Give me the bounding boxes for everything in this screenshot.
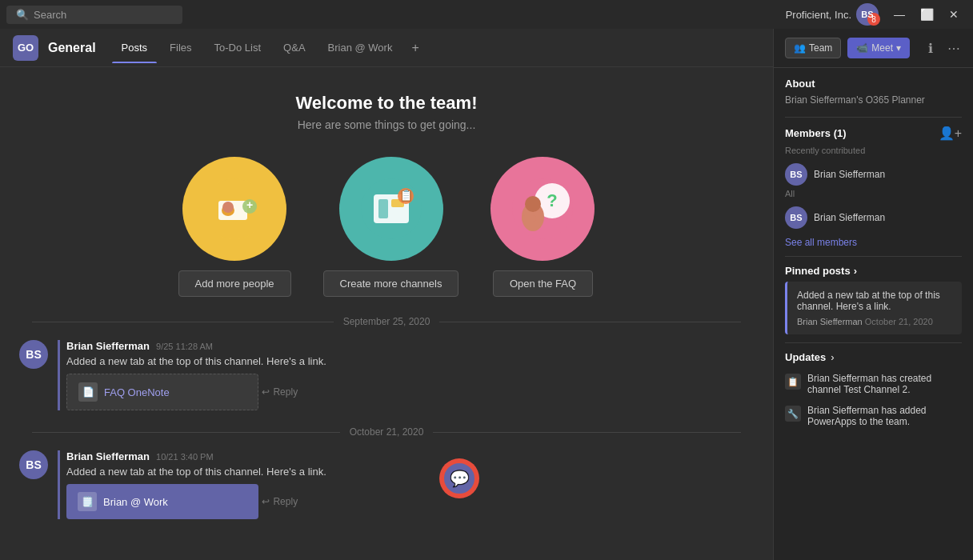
updates-row: Updates ›: [785, 351, 962, 363]
attachment-icon: 📄: [78, 382, 98, 402]
recently-contributed-label: Recently contributed: [785, 146, 962, 155]
win-controls: — ⬜ ✕: [887, 3, 967, 26]
members-header: Members (1) 👤+: [785, 126, 962, 141]
search-box[interactable]: 🔍 Search: [6, 6, 182, 24]
message-body: Brian Siefferman 10/21 3:40 PM Added a n…: [58, 450, 754, 519]
reply-arrow: ↩: [262, 386, 270, 398]
tab-qa[interactable]: Q&A: [274, 32, 314, 63]
close-button[interactable]: ✕: [941, 3, 967, 26]
message-text: Added a new tab at the top of this chann…: [66, 466, 754, 478]
titlebar: 🔍 Search Proficient, Inc. BS 8 — ⬜ ✕: [0, 0, 973, 29]
see-all-members-link[interactable]: See all members: [785, 237, 962, 248]
meet-button[interactable]: 📹 Meet ▾: [847, 38, 910, 58]
update-icon-1: 📋: [785, 374, 801, 390]
pinned-post-text: Added a new tab at the top of this chann…: [797, 290, 952, 312]
pinned-post-author: Brian Siefferman: [797, 317, 863, 326]
pinned-post-card[interactable]: Added a new tab at the top of this chann…: [785, 282, 962, 334]
open-faq-illustration: ?: [491, 157, 595, 261]
reply-button[interactable]: ↩ Reply: [262, 386, 298, 398]
tab-todo[interactable]: To-Do List: [205, 32, 271, 63]
create-channels-illustration: 📋: [339, 157, 443, 261]
divider3: [785, 342, 962, 343]
floating-emoji-button[interactable]: 💬: [442, 461, 477, 496]
tab-brian-work[interactable]: Brian @ Work: [318, 32, 402, 63]
reply-label: Reply: [273, 386, 298, 398]
reply-arrow: ↩: [262, 496, 270, 507]
message-header: Brian Siefferman 9/25 11:28 AM: [66, 340, 754, 352]
message-avatar: BS: [19, 450, 48, 479]
all-members-label: All: [785, 189, 962, 198]
add-people-illustration: +: [182, 157, 286, 261]
about-title: About: [785, 78, 962, 90]
member-avatar: BS: [785, 163, 807, 186]
team-icon: 👥: [794, 42, 806, 54]
video-icon: 📹: [856, 42, 868, 54]
titlebar-right: Proficient, Inc. BS 8 — ⬜ ✕: [786, 3, 967, 26]
date-separator-sep25: September 25, 2020: [13, 310, 760, 334]
updates-title: Updates: [785, 351, 826, 363]
message-author: Brian Siefferman: [66, 450, 150, 462]
add-tab-button[interactable]: +: [405, 34, 425, 62]
update-icon-2: 🔧: [785, 406, 801, 422]
member-name: Brian Siefferman: [814, 169, 885, 180]
svg-rect-17: [522, 215, 536, 222]
main-layout: GO General Posts Files To-Do List Q&A Br…: [0, 29, 973, 560]
pinned-posts-title: Pinned posts ›: [785, 265, 857, 277]
member-item-all: BS Brian Siefferman: [785, 203, 962, 232]
updates-chevron: ›: [831, 351, 834, 363]
message-avatar: BS: [19, 340, 48, 369]
svg-point-3: [222, 202, 234, 213]
message-time: 10/21 3:40 PM: [156, 452, 214, 462]
messages-container: September 25, 2020 BS Brian Siefferman 9…: [0, 310, 773, 560]
message-header: Brian Siefferman 10/21 3:40 PM: [66, 450, 754, 462]
team-button[interactable]: 👥 Team: [785, 38, 841, 58]
reply-label: Reply: [273, 496, 298, 507]
tab-files[interactable]: Files: [160, 32, 201, 63]
svg-rect-8: [378, 199, 388, 218]
meet-dropdown-icon: ▾: [896, 42, 901, 54]
action-card-open-faq: ? Open the FAQ: [491, 157, 595, 297]
date-separator-oct21: October 21, 2020: [13, 420, 760, 444]
channel-name: General: [48, 41, 96, 55]
add-member-button[interactable]: 👤+: [939, 126, 962, 141]
update-text-2: Brian Siefferman has added PowerApps to …: [807, 405, 962, 427]
search-placeholder: Search: [34, 9, 66, 21]
message-body: Brian Siefferman 9/25 11:28 AM Added a n…: [58, 340, 754, 410]
right-panel-header: 👥 Team 📹 Meet ▾ ℹ ⋯: [774, 29, 973, 68]
minimize-button[interactable]: —: [887, 3, 912, 26]
member-avatar-all: BS: [785, 206, 807, 229]
info-button[interactable]: ℹ: [923, 37, 939, 59]
create-channels-button[interactable]: Create more channels: [323, 270, 459, 297]
member-item-recently: BS Brian Siefferman: [785, 160, 962, 189]
maximize-button[interactable]: ⬜: [914, 3, 939, 26]
pinned-post-meta: Brian Siefferman October 21, 2020: [797, 317, 952, 326]
welcome-section: Welcome to the team! Here are some thing…: [0, 67, 773, 144]
attachment-label: Brian @ Work: [103, 496, 168, 508]
chat-main: Welcome to the team! Here are some thing…: [0, 67, 773, 560]
titlebar-left: 🔍 Search: [6, 6, 182, 24]
attachment-label: FAQ OneNote: [104, 386, 170, 398]
open-faq-button[interactable]: Open the FAQ: [493, 270, 593, 297]
right-panel: 👥 Team 📹 Meet ▾ ℹ ⋯ About Brian Siefferm…: [773, 29, 973, 560]
message-attachment[interactable]: 📄 FAQ OneNote: [66, 374, 258, 410]
svg-point-16: [525, 196, 541, 212]
more-options-button[interactable]: ⋯: [946, 37, 962, 59]
reply-button[interactable]: ↩ Reply: [262, 496, 298, 507]
svg-text:📋: 📋: [398, 189, 413, 202]
tab-posts[interactable]: Posts: [112, 32, 158, 63]
divider: [785, 117, 962, 118]
pinned-posts-row: Pinned posts ›: [785, 265, 962, 277]
message-item: BS Brian Siefferman 10/21 3:40 PM Added …: [13, 444, 760, 526]
message-text: Added a new tab at the top of this chann…: [66, 355, 754, 367]
message-attachment-brian[interactable]: 🗒️ Brian @ Work: [66, 484, 258, 519]
pinned-chevron: ›: [854, 265, 857, 277]
profile-area: Proficient, Inc. BS 8: [786, 3, 880, 26]
add-people-button[interactable]: Add more people: [178, 270, 291, 297]
channel-icon: GO: [13, 35, 38, 61]
message-item: BS Brian Siefferman 9/25 11:28 AM Added …: [13, 334, 760, 417]
action-card-create-channels: 📋 Create more channels: [323, 157, 459, 297]
message-author: Brian Siefferman: [66, 340, 150, 352]
action-cards: + Add more people 📋: [0, 144, 773, 310]
about-desc: Brian Siefferman's O365 Planner: [785, 94, 962, 106]
action-card-add-people: + Add more people: [178, 157, 291, 297]
